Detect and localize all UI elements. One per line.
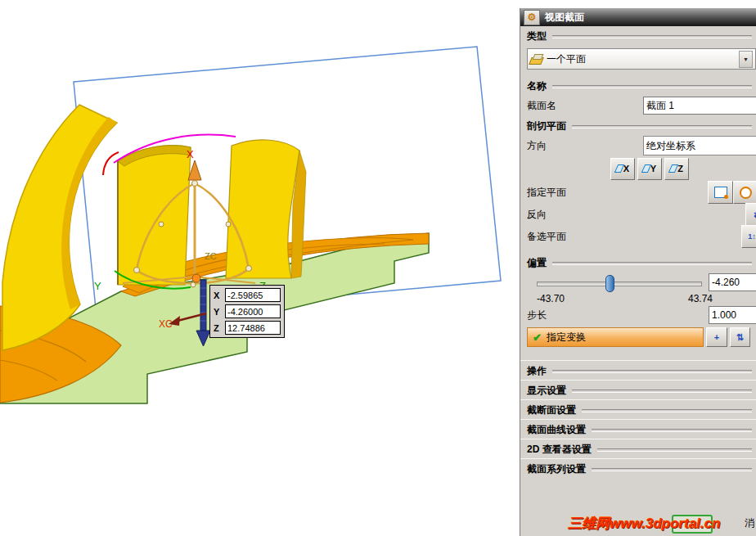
offset-slider-handle[interactable] (605, 275, 614, 292)
axis-plane-buttons: X Y Z (520, 156, 756, 181)
y-axis-label: Y (94, 280, 101, 292)
group-header-name[interactable]: 名称 (520, 76, 756, 95)
cycle-transform-button[interactable]: ⇅ (730, 327, 750, 347)
transform-row: ✔ 指定变换 + ⇅ (520, 326, 756, 349)
coordinate-readout: X Y Z (209, 285, 285, 338)
section-name-label: 截面名 (527, 99, 556, 113)
readout-row-z: Z (214, 321, 281, 335)
alternate-plane-row: 备选平面 1↕2 (520, 225, 756, 248)
specify-transform-label: 指定变换 (547, 331, 586, 345)
readout-row-y: Y (214, 304, 281, 318)
plane-dialog-icon (714, 187, 727, 198)
collapsed-groups: 操作 显示设置 截断面设置 截面曲线设置 2D 查看器设置 截面系列设置 (520, 360, 756, 478)
step-value-input[interactable] (709, 306, 756, 324)
direction-combo[interactable]: 绝对坐标系 ▼ (643, 136, 756, 155)
readout-z-label: Z (214, 323, 222, 333)
reverse-row: 反向 ⇄ (520, 204, 756, 225)
alternate-plane-button[interactable]: 1↕2 (741, 225, 756, 248)
alternate-plane-label: 备选平面 (527, 230, 566, 244)
view-section-dialog: ⚙ 视图截面 类型 一个平面 ▼ 名称 截面名 剖切平面 方向 绝对坐标系 ▼ … (520, 8, 756, 536)
viewport-canvas: X Y Z ZC XC (0, 0, 520, 536)
group-header-type[interactable]: 类型 (520, 26, 756, 45)
group-header-curve-settings[interactable]: 截面曲线设置 (520, 419, 756, 439)
type-combo[interactable]: 一个平面 ▼ (527, 48, 756, 70)
group-header-operation[interactable]: 操作 (520, 360, 756, 380)
offset-min-label: -43.70 (537, 293, 565, 304)
dialog-title: 视图截面 (545, 11, 584, 25)
dialog-options-gear-icon[interactable]: ⚙ (524, 10, 540, 25)
one-plane-icon (530, 54, 542, 64)
type-combo-value: 一个平面 (547, 52, 586, 66)
origin-handle[interactable] (192, 274, 200, 282)
cancel-button-partial[interactable]: 消 (745, 516, 754, 530)
plane-constructor-icon (740, 187, 752, 199)
readout-x-label: X (214, 291, 222, 300)
group-header-2d-viewer-settings[interactable]: 2D 查看器设置 (520, 439, 756, 458)
plane-constructor-button[interactable] (733, 181, 756, 204)
dialog-titlebar[interactable]: ⚙ 视图截面 (520, 8, 756, 26)
model-middle-blade[interactable] (118, 146, 191, 285)
direction-label: 方向 (527, 139, 547, 153)
offset-max-label: 43.74 (688, 293, 713, 304)
point-constructor-button[interactable]: + (706, 327, 727, 347)
offset-range-labels: -43.70 43.74 (537, 293, 713, 304)
step-row: 步长 (520, 304, 756, 326)
readout-x-input[interactable] (225, 288, 281, 302)
chevron-down-icon[interactable]: ▼ (739, 51, 753, 68)
graphics-viewport[interactable]: X Y Z ZC XC X Y Z (0, 0, 520, 536)
xc-label: XC (159, 318, 173, 330)
alternate-plane-icon: 1↕2 (748, 232, 756, 241)
check-icon: ✔ (533, 331, 542, 344)
section-name-row: 截面名 (520, 95, 756, 116)
step-label: 步长 (527, 309, 547, 322)
x-axis-label: X (187, 148, 194, 160)
offset-slider-row (520, 272, 756, 293)
specify-plane-row: 指定平面 (520, 181, 756, 204)
model-right-blade[interactable] (226, 140, 306, 278)
plane-z-button[interactable]: Z (664, 158, 689, 180)
specify-transform-item[interactable]: ✔ 指定变换 (527, 327, 704, 347)
highlight-curve-red[interactable] (103, 152, 119, 175)
reverse-label: 反向 (527, 208, 547, 222)
section-name-input[interactable] (643, 97, 756, 115)
group-header-cap-settings[interactable]: 截断面设置 (520, 399, 756, 419)
group-header-display-settings[interactable]: 显示设置 (520, 380, 756, 399)
reverse-direction-button[interactable]: ⇄ (745, 203, 756, 226)
readout-z-input[interactable] (225, 321, 281, 335)
watermark-text: 三维网www.3dportal.cn (568, 514, 720, 533)
offset-value-input[interactable] (709, 273, 756, 291)
group-header-offset[interactable]: 偏置 (520, 253, 756, 272)
specify-plane-label: 指定平面 (527, 186, 566, 200)
readout-y-label: Y (214, 307, 222, 317)
readout-y-input[interactable] (225, 304, 281, 318)
zc-label: ZC (205, 251, 217, 261)
group-header-cut-plane[interactable]: 剖切平面 (520, 116, 756, 135)
group-header-series-settings[interactable]: 截面系列设置 (520, 458, 756, 478)
plane-x-button[interactable]: X (610, 158, 635, 180)
offset-slider-track[interactable] (537, 282, 702, 286)
direction-row: 方向 绝对坐标系 ▼ (520, 135, 756, 156)
specify-plane-button[interactable] (708, 181, 733, 204)
direction-combo-value: 绝对坐标系 (646, 139, 695, 153)
readout-row-x: X (214, 288, 281, 302)
plane-y-button[interactable]: Y (637, 158, 662, 180)
